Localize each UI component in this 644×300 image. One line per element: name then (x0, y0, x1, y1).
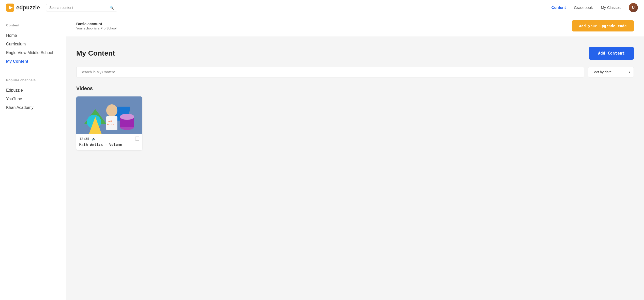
content-search-input[interactable] (76, 67, 584, 77)
nav-link-my-classes[interactable]: My Classes (601, 5, 621, 10)
global-search-bar[interactable]: 🔍 (46, 4, 117, 11)
nav-link-gradebook[interactable]: Gradebook (574, 5, 593, 10)
account-sub-text: Your school is a Pro School (76, 26, 117, 30)
main-layout: Content Home Curriculum Eagle View Middl… (0, 15, 644, 300)
video-card[interactable]: math Antics 12:35 🔈 Math Antics - Volume (76, 96, 142, 150)
sidebar-item-my-content[interactable]: My Content (6, 57, 60, 66)
svg-point-9 (120, 114, 134, 120)
sidebar-channels-label: Popular channels (6, 78, 60, 82)
upgrade-button[interactable]: Add your upgrade code (572, 20, 634, 31)
edpuzzle-logo-icon (6, 4, 14, 12)
account-info: Basic account Your school is a Pro Schoo… (76, 22, 117, 30)
nav-right: Content Gradebook My Classes U (551, 3, 638, 12)
search-icon: 🔍 (110, 6, 114, 10)
logo-area[interactable]: edpuzzle (6, 4, 40, 12)
content-header: My Content Add Content (76, 47, 634, 60)
sidebar-item-eagle-view[interactable]: Eagle View Middle School (6, 48, 60, 57)
sidebar-content-label: Content (6, 23, 60, 27)
user-avatar[interactable]: U (629, 3, 638, 12)
sidebar: Content Home Curriculum Eagle View Middl… (0, 15, 66, 300)
logo-text: edpuzzle (16, 4, 40, 11)
page-title: My Content (76, 49, 115, 57)
video-title: Math Antics - Volume (76, 143, 142, 150)
svg-text:Antics: Antics (107, 123, 114, 125)
account-type: Basic account (76, 22, 117, 26)
account-banner: Basic account Your school is a Pro Schoo… (66, 15, 644, 37)
svg-text:math: math (108, 120, 112, 122)
sidebar-item-khan-academy[interactable]: Khan Academy (6, 103, 60, 112)
video-duration: 12:35 (79, 137, 89, 141)
add-content-button[interactable]: Add Content (589, 47, 634, 60)
nav-link-content[interactable]: Content (551, 5, 566, 10)
video-grid: math Antics 12:35 🔈 Math Antics - Volume (76, 96, 634, 150)
video-thumbnail: math Antics (76, 96, 142, 134)
videos-section-title: Videos (76, 86, 634, 91)
sidebar-item-curriculum[interactable]: Curriculum (6, 40, 60, 48)
sidebar-item-youtube[interactable]: YouTube (6, 95, 60, 103)
speaker-icon: 🔈 (92, 137, 96, 141)
top-navigation: edpuzzle 🔍 Content Gradebook My Classes … (0, 0, 644, 15)
search-sort-row: Sort by date Sort by name (76, 67, 634, 77)
sort-dropdown-wrapper[interactable]: Sort by date Sort by name (588, 67, 634, 77)
video-meta: 12:35 🔈 (76, 134, 142, 143)
svg-point-10 (106, 104, 117, 116)
sidebar-item-edpuzzle[interactable]: Edpuzzle (6, 86, 60, 95)
sort-dropdown[interactable]: Sort by date Sort by name (588, 67, 634, 77)
sidebar-item-home[interactable]: Home (6, 31, 60, 40)
video-checkbox[interactable] (135, 137, 139, 141)
sidebar-divider (6, 72, 60, 72)
main-content-area: Basic account Your school is a Pro Schoo… (66, 15, 644, 300)
avatar-image: U (629, 3, 638, 12)
global-search-input[interactable] (49, 6, 108, 10)
thumbnail-svg: math Antics (76, 96, 142, 134)
content-area: My Content Add Content Sort by date Sort… (66, 37, 644, 300)
